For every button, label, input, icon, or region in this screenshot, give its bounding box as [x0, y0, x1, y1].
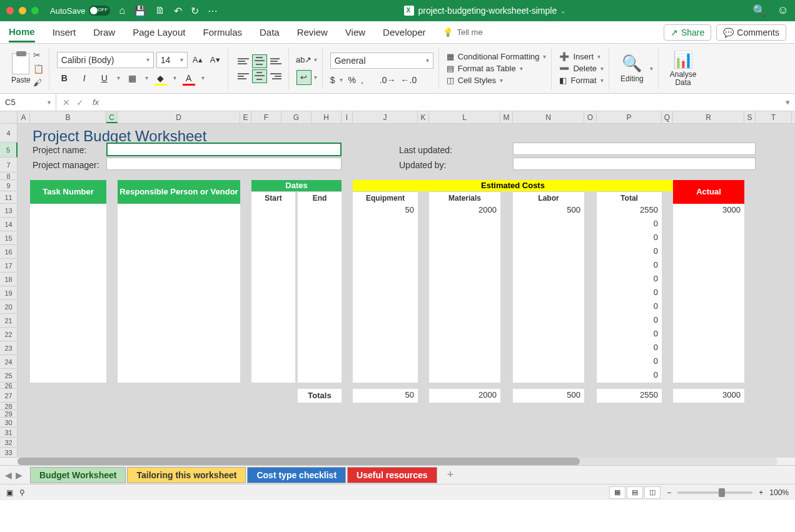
zoom-in-button[interactable]: + — [759, 488, 763, 497]
autosave-toggle[interactable]: AutoSave OFF — [50, 6, 110, 16]
more-icon[interactable]: ⋯ — [208, 5, 218, 17]
cell-total-10[interactable]: 0 — [597, 341, 662, 355]
column-header-K[interactable]: K — [418, 111, 429, 123]
font-size-select[interactable]: 14▾ — [156, 52, 188, 68]
column-header-G[interactable]: G — [281, 111, 311, 123]
project-name-input[interactable] — [106, 143, 342, 156]
tab-insert[interactable]: Insert — [53, 23, 76, 41]
row-header-14[interactable]: 14 — [0, 218, 18, 231]
tab-draw[interactable]: Draw — [93, 23, 115, 41]
record-macro-icon[interactable]: ▣ — [6, 488, 13, 497]
editing-button[interactable]: 🔍 Editing — [617, 54, 647, 83]
row-header-15[interactable]: 15 — [0, 231, 18, 245]
row-header-11[interactable]: 11 — [0, 191, 18, 204]
next-sheet-icon[interactable]: ▶ — [16, 470, 23, 480]
tab-home[interactable]: Home — [9, 23, 35, 43]
column-header-M[interactable]: M — [500, 111, 513, 123]
increase-font-icon[interactable]: A▴ — [190, 53, 205, 68]
font-color-button[interactable]: A — [181, 71, 196, 86]
page-break-view-button[interactable]: ◫ — [644, 486, 661, 499]
column-header-N[interactable]: N — [513, 111, 584, 123]
scrollbar-thumb[interactable] — [18, 458, 580, 465]
column-header-Q[interactable]: Q — [662, 111, 673, 123]
comma-button[interactable]: , — [361, 75, 363, 85]
copy-icon[interactable]: 📋 — [33, 64, 44, 74]
column-header-S[interactable]: S — [744, 111, 756, 123]
italic-button[interactable]: I — [77, 71, 92, 86]
decrease-font-icon[interactable]: A▾ — [208, 53, 223, 68]
select-all-corner[interactable] — [0, 111, 18, 123]
data-block-materials[interactable] — [429, 204, 500, 383]
chevron-down-icon[interactable]: ⌄ — [560, 8, 565, 14]
undo-icon[interactable]: ↶ — [174, 5, 182, 17]
row-header-20[interactable]: 20 — [0, 300, 18, 314]
column-header-I[interactable]: I — [342, 111, 353, 123]
page-layout-view-button[interactable]: ▤ — [627, 486, 643, 499]
currency-button[interactable]: $ — [330, 75, 335, 85]
row-header-8[interactable]: 8 — [0, 173, 18, 180]
column-header-E[interactable]: E — [240, 111, 251, 123]
cell-total-8[interactable]: 0 — [597, 314, 662, 328]
cell-materials-0[interactable]: 2000 — [429, 204, 500, 218]
horizontal-scrollbar[interactable] — [18, 458, 777, 465]
row-header-29[interactable]: 29 — [0, 410, 18, 418]
cell-total-7[interactable]: 0 — [597, 300, 662, 314]
row-header-13[interactable]: 13 — [0, 204, 18, 218]
cell-styles-button[interactable]: ◫Cell Styles▾ — [447, 76, 547, 85]
normal-view-button[interactable]: ▦ — [609, 486, 625, 499]
analyse-data-button[interactable]: 📊 Analyse Data — [666, 50, 701, 87]
format-cells-button[interactable]: ◧Format▾ — [559, 76, 604, 85]
save-as-icon[interactable]: 🗎 — [155, 5, 165, 16]
delete-cells-button[interactable]: ➖Delete▾ — [559, 64, 604, 73]
zoom-out-button[interactable]: − — [667, 488, 671, 497]
conditional-formatting-button[interactable]: ▦Conditional Formatting▾ — [447, 52, 547, 61]
row-header-18[interactable]: 18 — [0, 273, 18, 286]
data-block-equipment[interactable] — [353, 204, 418, 383]
data-block-end[interactable] — [298, 204, 342, 383]
row-header-19[interactable]: 19 — [0, 286, 18, 300]
bold-button[interactable]: B — [57, 71, 72, 86]
accessibility-icon[interactable]: ⚲ — [19, 488, 25, 497]
tab-review[interactable]: Review — [297, 23, 328, 41]
row-header-22[interactable]: 22 — [0, 328, 18, 341]
comments-button[interactable]: 💬 Comments — [716, 24, 786, 41]
column-header-T[interactable]: T — [756, 111, 792, 123]
row-header-24[interactable]: 24 — [0, 355, 18, 369]
increase-decimal-button[interactable]: .0→ — [380, 75, 396, 85]
sheet-tab-cost-type[interactable]: Cost type checklist — [247, 467, 346, 483]
column-header-D[interactable]: D — [118, 111, 240, 123]
column-header-B[interactable]: B — [30, 111, 106, 123]
cell-total-5[interactable]: 0 — [597, 273, 662, 286]
column-header-O[interactable]: O — [584, 111, 597, 123]
tab-view[interactable]: View — [345, 23, 365, 41]
wrap-text-button[interactable]: ↩ — [296, 70, 311, 85]
cell-total-4[interactable]: 0 — [597, 259, 662, 273]
account-icon[interactable]: ☺ — [777, 4, 789, 18]
cell-equipment-0[interactable]: 50 — [353, 204, 418, 218]
cell-total-1[interactable]: 0 — [597, 218, 662, 231]
tab-formulas[interactable]: Formulas — [203, 23, 242, 41]
fill-color-button[interactable]: ◆ — [153, 71, 168, 86]
column-header-L[interactable]: L — [429, 111, 500, 123]
column-header-J[interactable]: J — [353, 111, 418, 123]
underline-button[interactable]: U — [97, 71, 112, 86]
name-box[interactable]: C5▾ — [0, 94, 56, 111]
row-header-26[interactable]: 26 — [0, 383, 18, 389]
tab-page-layout[interactable]: Page Layout — [133, 23, 185, 41]
maximize-window-button[interactable] — [31, 7, 39, 14]
data-block[interactable] — [118, 204, 240, 383]
row-header-25[interactable]: 25 — [0, 369, 18, 383]
search-icon[interactable]: 🔍 — [752, 4, 766, 18]
save-icon[interactable]: 💾 — [134, 5, 146, 17]
fx-icon[interactable]: fx — [90, 98, 101, 107]
cell-total-9[interactable]: 0 — [597, 328, 662, 341]
cell-total-0[interactable]: 2550 — [597, 204, 662, 218]
row-header-33[interactable]: 33 — [0, 448, 18, 458]
orientation-button[interactable]: ab↗ — [296, 53, 311, 68]
column-header-H[interactable]: H — [311, 111, 342, 123]
row-header-28[interactable]: 28 — [0, 403, 18, 410]
row-header-32[interactable]: 32 — [0, 438, 18, 448]
grid[interactable]: Project Budget WorksheetProject name:Las… — [18, 124, 795, 458]
align-top-button[interactable] — [236, 54, 251, 68]
toggle-switch[interactable]: OFF — [89, 6, 110, 16]
